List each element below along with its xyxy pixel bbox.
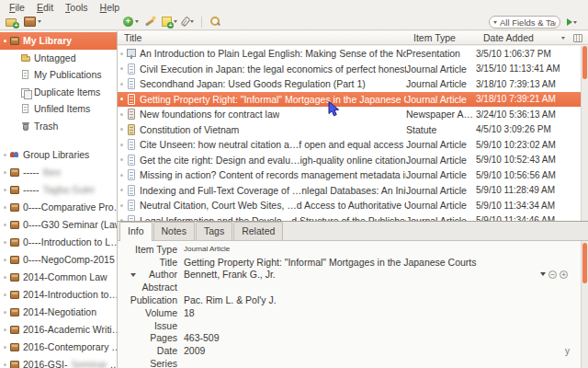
menu-item[interactable]: Edit: [31, 1, 60, 14]
info-field-row[interactable]: Title Getting Property Right: "Informal"…: [118, 256, 581, 269]
sidebar-item[interactable]: 2016-Academic Writi…: [0, 321, 117, 339]
table-row[interactable]: Constitution of Vietnam Statute 4/5/10 3…: [118, 122, 581, 138]
item-pane-tab[interactable]: Notes: [153, 222, 195, 240]
advanced-search-button[interactable]: [209, 16, 221, 28]
sidebar-item[interactable]: -----Ibex: [0, 164, 117, 181]
table-row[interactable]: New foundations for contract law Newspap…: [118, 107, 581, 122]
column-picker-button[interactable]: [568, 34, 588, 42]
sidebar-item[interactable]: -----Tagba Gulei: [0, 181, 117, 199]
expand-twisty[interactable]: [4, 346, 6, 349]
field-value[interactable]: 18: [184, 307, 581, 318]
info-field-row[interactable]: Pages 463-509: [118, 332, 581, 345]
expand-twisty[interactable]: [4, 241, 6, 244]
locate-button[interactable]: [567, 18, 577, 26]
add-by-identifier-button[interactable]: [144, 16, 156, 28]
column-header-item-type[interactable]: Item Type: [413, 32, 483, 43]
field-value[interactable]: 2009: [184, 345, 565, 356]
expand-twisty[interactable]: [4, 154, 6, 156]
sidebar-item[interactable]: 0----NegoComp-2015: [0, 251, 117, 269]
info-pane-scrollbar-thumb[interactable]: [582, 243, 587, 283]
menu-item[interactable]: Help: [95, 1, 127, 14]
expand-twisty[interactable]: [120, 158, 123, 161]
expand-twisty[interactable]: [120, 128, 123, 131]
field-value[interactable]: 463-509: [184, 332, 581, 343]
item-pane-tab[interactable]: Info: [119, 222, 153, 241]
table-row[interactable]: Secondhand Japan: Used Goods Regulation …: [118, 76, 581, 92]
sidebar-item[interactable]: Unfiled Items: [0, 100, 117, 118]
table-row[interactable]: Indexing and Full-Text Coverage of …nleg…: [118, 183, 581, 199]
sidebar-item[interactable]: Trash: [0, 118, 117, 135]
expand-twisty[interactable]: [120, 98, 123, 100]
table-row[interactable]: Cite Unseen: how neutral citation a…f op…: [118, 137, 581, 153]
sidebar-item[interactable]: Group Libraries: [0, 146, 117, 164]
items-scrollbar-thumb[interactable]: [582, 46, 587, 79]
creator-twisty-icon[interactable]: [130, 273, 136, 277]
column-header-title[interactable]: Title: [118, 32, 413, 43]
table-row[interactable]: Missing in action? Content of records ma…: [118, 167, 581, 183]
expand-twisty[interactable]: [4, 189, 6, 191]
item-pane-tab[interactable]: Related: [233, 222, 283, 240]
info-field-row[interactable]: Author Bennett, Frank G., Jr.: [118, 269, 581, 282]
sidebar-item[interactable]: 2014-Common Law: [0, 269, 117, 286]
column-header-date-added[interactable]: Date Added: [483, 32, 568, 43]
info-field-row[interactable]: Publication Pac. Rim L. & Pol'y J.: [118, 293, 581, 306]
field-value[interactable]: Pac. Rim L. & Pol'y J.: [184, 294, 581, 305]
expand-twisty[interactable]: [4, 171, 6, 174]
remove-creator-button[interactable]: [548, 270, 557, 279]
field-value[interactable]: Journal Article: [184, 245, 581, 253]
expand-twisty[interactable]: [120, 189, 123, 191]
expand-twisty[interactable]: [120, 204, 123, 207]
expand-twisty[interactable]: [120, 174, 123, 177]
field-value[interactable]: Bennett, Frank G., Jr.: [184, 269, 540, 280]
sidebar-item[interactable]: My Library: [0, 32, 117, 50]
expand-twisty[interactable]: [4, 276, 6, 279]
info-field-row[interactable]: Issue: [118, 319, 581, 332]
expand-twisty[interactable]: [4, 224, 6, 226]
expand-twisty[interactable]: [120, 113, 123, 116]
sidebar-item[interactable]: 0----Introduction to L…: [0, 234, 117, 251]
sidebar-item[interactable]: 2014-Introduction to…: [0, 286, 117, 304]
items-scrollbar[interactable]: [581, 46, 588, 221]
expand-twisty[interactable]: [4, 363, 6, 366]
expand-twisty[interactable]: [120, 83, 123, 86]
sidebar-item[interactable]: Untagged: [0, 50, 117, 67]
expand-twisty[interactable]: [4, 40, 6, 42]
sidebar-item[interactable]: 2014-Negotiation: [0, 304, 117, 321]
expand-twisty[interactable]: [4, 328, 6, 331]
expand-twisty[interactable]: [120, 144, 123, 146]
expand-twisty[interactable]: [120, 52, 123, 55]
sidebar-item[interactable]: 0----G30 Seminar (Law): [0, 216, 117, 234]
creator-options-icon[interactable]: [540, 272, 546, 276]
info-field-row[interactable]: Series: [118, 357, 581, 368]
table-row[interactable]: Legal Information and the Develo…d Struc…: [118, 213, 581, 222]
menu-item[interactable]: Tools: [60, 1, 95, 14]
sidebar-item[interactable]: My Publications: [0, 66, 117, 84]
field-value[interactable]: Getting Property Right: "Informal" Mortg…: [184, 257, 581, 268]
table-row[interactable]: An Introduction to Plain Legal English: …: [118, 46, 581, 62]
table-row[interactable]: Neutral Citation, Court Web Sites, …d Ac…: [118, 198, 581, 213]
expand-twisty[interactable]: [4, 206, 6, 209]
expand-twisty[interactable]: [120, 67, 123, 70]
table-row[interactable]: Getting Property Right: "Informal" Mortg…: [118, 92, 581, 108]
table-row[interactable]: Get the cite right: Design and evalu…igh…: [118, 153, 581, 168]
info-pane-scrollbar[interactable]: [581, 241, 588, 368]
info-field-row[interactable]: Abstract: [118, 281, 581, 293]
item-pane-tab[interactable]: Tags: [196, 222, 232, 240]
new-note-button[interactable]: [162, 17, 177, 27]
sidebar-item[interactable]: 0----Comparative Pro…: [0, 199, 117, 216]
expand-twisty[interactable]: [4, 259, 6, 261]
new-library-button[interactable]: [24, 17, 41, 27]
search-scope-chevron-icon[interactable]: [493, 21, 497, 24]
new-item-button[interactable]: [123, 17, 139, 27]
menu-item[interactable]: File: [4, 1, 31, 14]
sidebar-item[interactable]: 2016-GSI-Seminar…: [0, 356, 117, 368]
table-row[interactable]: Civil Execution in Japan: the legal econ…: [118, 62, 581, 77]
add-attachment-button[interactable]: [183, 17, 194, 27]
sidebar-item[interactable]: Duplicate Items: [0, 84, 117, 101]
info-field-row[interactable]: Volume 18: [118, 306, 581, 319]
info-field-row[interactable]: Date 2009 y: [118, 344, 581, 357]
info-field-row[interactable]: Item Type Journal Article: [118, 243, 581, 256]
expand-twisty[interactable]: [4, 311, 6, 314]
new-collection-button[interactable]: [6, 17, 17, 27]
add-creator-button[interactable]: [560, 270, 568, 279]
